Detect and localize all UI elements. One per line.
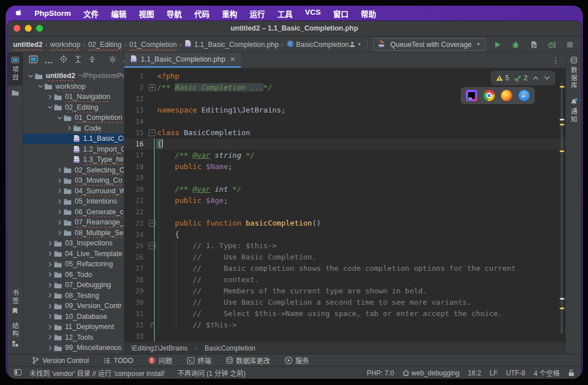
code-line-16[interactable]: 16{ xyxy=(124,139,565,150)
stop-button[interactable] xyxy=(564,38,576,51)
tree-item-1.2_Import_C[interactable]: PHP1.2_Import_C xyxy=(23,144,124,155)
tree-item-07_Debugging[interactable]: 07_Debugging xyxy=(23,280,124,291)
tree-item-07_Rearrange_[interactable]: 07_Rearrange_ xyxy=(23,217,124,228)
line-number[interactable]: 14 xyxy=(124,116,147,127)
profiler-button[interactable] xyxy=(546,38,558,51)
chevron-right-icon[interactable] xyxy=(46,241,54,246)
line-number[interactable]: 26 xyxy=(124,252,147,263)
tree-item-08_Multiple_Se[interactable]: 08_Multiple_Se xyxy=(23,228,124,239)
run-button[interactable] xyxy=(491,38,504,51)
fold-marker-minus[interactable]: − xyxy=(147,218,157,229)
tool-window-button-terminal[interactable]: 终端 xyxy=(187,356,211,365)
menu-item-运行[interactable]: 运行 xyxy=(250,8,265,19)
chevron-right-icon[interactable] xyxy=(55,199,63,204)
editor-tab[interactable]: PHP 1.1_Basic_Completion.php ✕ xyxy=(124,53,241,68)
expand-all-icon[interactable] xyxy=(74,55,82,66)
tree-item-99_Miscellaneous[interactable]: 99_Miscellaneous xyxy=(23,343,124,353)
code-line-31[interactable]: 31 // Select $this->Name using space, ta… xyxy=(124,308,565,319)
tool-window-button-structure[interactable]: 结构 xyxy=(7,318,23,354)
project-view-selector-icon[interactable] xyxy=(29,55,38,66)
toggle-tool-windows-icon[interactable] xyxy=(14,369,21,377)
menu-item-导航[interactable]: 导航 xyxy=(167,8,182,19)
nav-breadcrumb[interactable]: untitled2 xyxy=(13,41,42,49)
code-line-23[interactable]: 23− public function basicCompletion() xyxy=(124,218,565,229)
debug-button[interactable] xyxy=(509,38,522,51)
chevron-right-icon[interactable] xyxy=(46,293,54,298)
tree-item-11_Deployment[interactable]: 11_Deployment xyxy=(23,322,124,332)
code-line-28[interactable]: 28 // context. xyxy=(124,274,565,285)
tool-window-button-version-control[interactable]: Version Control xyxy=(32,357,89,365)
line-number[interactable]: 17 xyxy=(124,150,147,161)
tree-item-1.3_Type_hin[interactable]: PHP1.3_Type_hin xyxy=(23,154,124,165)
code-line-17[interactable]: 17 /** @var string */ xyxy=(124,150,565,161)
line-number[interactable]: 28 xyxy=(124,274,147,285)
editor-options-icon[interactable]: ⋮ xyxy=(546,53,565,68)
chevron-right-icon[interactable] xyxy=(46,262,54,267)
php-version-widget[interactable]: PHP: 7.0 xyxy=(367,369,394,377)
tree-item-09_Version_Contr[interactable]: 09_Version_Contr xyxy=(23,301,124,312)
line-number[interactable]: 27 xyxy=(124,263,147,274)
chevron-right-icon[interactable] xyxy=(46,94,54,100)
tool-window-button-problems[interactable]: 问题 xyxy=(148,356,172,365)
firefox-browser-icon[interactable] xyxy=(501,90,512,101)
code-line-25[interactable]: 25− // 1. Type: $this-> xyxy=(124,240,565,252)
chevron-right-icon[interactable] xyxy=(46,283,54,288)
chevron-right-icon[interactable] xyxy=(46,304,54,309)
menu-item-帮助[interactable]: 帮助 xyxy=(361,8,376,19)
menu-item-工具[interactable]: 工具 xyxy=(278,8,293,19)
menu-item-窗口[interactable]: 窗口 xyxy=(333,8,348,19)
chevron-right-icon[interactable] xyxy=(46,314,54,319)
caret-position-widget[interactable]: 16:2 xyxy=(468,369,481,377)
code-line-20[interactable]: 20 /** @var int */ xyxy=(124,184,565,195)
safari-browser-icon[interactable] xyxy=(518,90,530,101)
error-stripe-mark[interactable] xyxy=(560,308,564,309)
tree-item-02_Editing[interactable]: 02_Editing xyxy=(23,102,124,113)
error-stripe-mark[interactable] xyxy=(560,298,564,300)
tree-item-untitled2[interactable]: untitled2~/PhpstormPr xyxy=(23,71,124,81)
tree-item-04_Surround_W[interactable]: 04_Surround_W xyxy=(23,186,124,197)
code-line-19[interactable]: 19 xyxy=(124,172,565,184)
chrome-browser-icon[interactable] xyxy=(483,90,495,101)
chevron-right-icon[interactable] xyxy=(46,272,54,277)
chevron-down-icon[interactable] xyxy=(55,115,63,120)
tool-window-button-project[interactable]: 项目 xyxy=(7,53,23,85)
tool-window-button-services[interactable]: 服务 xyxy=(285,356,309,365)
project-view-more-icon[interactable]: … xyxy=(44,55,53,66)
code-line-15[interactable]: 15−class BasicCompletion xyxy=(124,127,565,139)
chevron-right-icon[interactable] xyxy=(46,325,54,330)
nav-breadcrumb[interactable]: PHP1.1_Basic_Completion.php xyxy=(184,40,278,49)
line-number[interactable]: 1 xyxy=(124,71,147,82)
user-account-dropdown[interactable]: ▼ xyxy=(349,38,361,51)
chevron-down-icon[interactable] xyxy=(27,73,34,79)
chevron-right-icon[interactable] xyxy=(46,251,54,256)
line-number[interactable]: 30 xyxy=(124,297,147,308)
line-number[interactable]: 13 xyxy=(124,105,147,116)
chevron-right-icon[interactable] xyxy=(55,188,63,193)
breadcrumb-class[interactable]: BasicCompletion xyxy=(205,344,256,352)
code-line-13[interactable]: 13namespace Editing1\JetBrains; xyxy=(124,105,565,116)
tree-item-03_Moving_Co[interactable]: 03_Moving_Co xyxy=(23,175,124,186)
tree-item-12_Tools[interactable]: 12_Tools xyxy=(23,332,124,343)
chevron-right-icon[interactable] xyxy=(65,126,73,131)
tree-item-04_Live_Template[interactable]: 04_Live_Template xyxy=(23,249,124,259)
line-number[interactable]: 20 xyxy=(124,184,147,195)
run-with-coverage-button[interactable] xyxy=(528,38,540,51)
chevron-right-icon[interactable] xyxy=(55,209,63,214)
locate-file-icon[interactable] xyxy=(59,55,68,66)
chevron-right-icon[interactable] xyxy=(46,335,54,340)
chevron-right-icon[interactable] xyxy=(46,345,54,351)
tree-item-06_Todo[interactable]: 06_Todo xyxy=(23,270,124,280)
fold-marker-minus[interactable]: − xyxy=(147,127,157,139)
menu-item-VCS[interactable]: VCS xyxy=(305,8,321,19)
breadcrumb-namespace[interactable]: \Editing1\JetBrains xyxy=(131,344,188,352)
tree-item-06_Generate_c[interactable]: 06_Generate_c xyxy=(23,207,124,218)
line-number[interactable]: 19 xyxy=(124,172,147,184)
line-number[interactable]: 21 xyxy=(124,195,147,206)
warnings-indicator[interactable]: 5 xyxy=(496,72,509,84)
tool-window-button-commit[interactable] xyxy=(7,85,23,100)
indent-widget[interactable]: 4 个空格 xyxy=(534,368,560,378)
menu-item-代码[interactable]: 代码 xyxy=(194,8,210,19)
previous-problem-arrow-icon[interactable] xyxy=(533,76,539,80)
tool-window-button-database[interactable]: 数据库 xyxy=(566,53,581,94)
nav-breadcrumb[interactable]: workshop xyxy=(50,41,81,49)
